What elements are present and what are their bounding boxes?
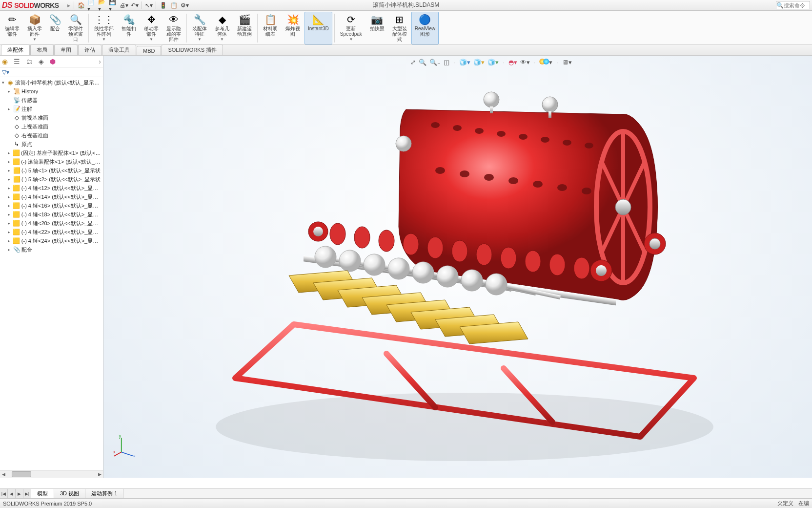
tab-3[interactable]: 评估 [78,44,102,55]
display-tab-icon[interactable]: ◈ [39,58,44,65]
ribbon-exploded-view[interactable]: 💥爆炸视 图 [282,12,304,44]
section-view-icon[interactable]: ◫ [444,59,449,66]
tree-node-mates[interactable]: ▸📎配合 [0,245,103,254]
zoom-fit-icon[interactable]: ⤢ [410,59,416,66]
ribbon-edit-component[interactable]: ✏编辑零 部件 [1,12,23,44]
ribbon-bom[interactable]: 📋材料明 细表 [260,12,281,44]
tab-4[interactable]: 渲染工具 [102,44,136,55]
undo-icon[interactable]: ↶▾ [130,1,139,10]
tree-node-sensors[interactable]: 📡传感器 [0,96,103,105]
svg-point-40 [574,257,589,279]
new-file-icon[interactable]: 📄▾ [87,1,96,10]
tree-node-top-plane[interactable]: ◇上视基准面 [0,122,103,131]
3d-viewport[interactable]: ⤢ 🔍 🔍₋ ◫ · 🧊▾ 🧊▾ 🧊▾ · ◓▾ 👁▾ · ▾ · 🖥▾ [103,56,812,478]
ribbon-move-component[interactable]: ✥移动零 部件▼ [141,12,162,44]
ribbon-smart-fastener[interactable]: 🔩智能扣 件 [118,12,140,44]
ribbon-reference-geom[interactable]: ◆参考几 何体▼ [211,12,233,44]
scroll-thumb[interactable] [12,471,31,477]
ribbon-component-preview[interactable]: 🔍零部件 预览窗 口 [65,12,86,44]
prev-view-icon[interactable]: 🔍₋ [429,59,441,66]
bottom-tab-1[interactable]: 3D 视图 [54,489,85,498]
tree-node-base-subassembly[interactable]: ▸🟨(固定) 基座子装配体<1> (默认<默认 [0,148,103,157]
ribbon-snapshot[interactable]: 📷拍快照 [366,12,388,44]
tree-node-hammer-14[interactable]: ▸🟨(-) 4.锤<14> (默认<<默认>_显示状 [0,192,103,201]
tab-0[interactable]: 装配体 [1,44,30,55]
svg-point-22 [557,184,567,191]
tree-node-axis-5-1[interactable]: ▸🟨(-) 5.轴<1> (默认<<默认>_显示状 [0,166,103,175]
ribbon-new-motion-study[interactable]: 🎬新建运 动算例 [234,12,255,44]
tree-node-history[interactable]: ▸📜History [0,87,103,96]
rebuild-icon[interactable]: 🚦 [159,1,167,10]
ribbon-large-assembly[interactable]: ⊞大型装 配体模 式 [389,12,410,44]
btab-first-icon[interactable]: |◀ [0,489,8,498]
apply-scene-icon[interactable]: 👁▾ [520,59,530,66]
top-plane-icon: ◇ [13,123,20,130]
ribbon-assembly-feature[interactable]: 🔧装配体 特征▼ [189,12,210,44]
btab-last-icon[interactable]: ▶| [23,489,31,498]
tree-node-hammer-20[interactable]: ▸🟨(-) 4.锤<20> (默认<<默认>_显示状 [0,219,103,228]
collapse-menu-icon[interactable]: ▸ [67,2,70,9]
ribbon-instant3d[interactable]: 📐Instant3D [304,12,332,44]
ribbon-insert-component[interactable]: 📦插入零 部件▼ [24,12,45,44]
hammer-16-icon: 🟨 [13,202,20,209]
display-style-icon[interactable]: 🧊▾ [473,59,485,66]
edit-appearance-icon[interactable]: ◓▾ [508,59,517,66]
tree-node-hammer-22[interactable]: ▸🟨(-) 4.锤<22> (默认<<默认>_显示状 [0,228,103,236]
feature-tree-tab-icon[interactable]: ◉ [2,58,8,65]
save-icon[interactable]: 💾▾ [109,1,118,10]
svg-point-24 [484,92,499,107]
search-input[interactable] [784,2,806,8]
tree-node-hammer-24[interactable]: ▸🟨(-) 4.锤<24> (默认<<默认>_显示状 [0,236,103,245]
print-icon[interactable]: 🖨▾ [120,1,128,10]
home-icon[interactable]: 🏠 [77,1,85,10]
scroll-left-icon[interactable]: ◀ [0,472,7,477]
tree-node-hammer-12[interactable]: ▸🟨(-) 4.锤<12> (默认<<默认>_显示状 [0,184,103,192]
tree-root[interactable]: ▾ ◉ 滚筒小钟琴机构 (默认<默认_显示状态- [0,78,103,87]
btab-next-icon[interactable]: ▶ [16,489,23,498]
bottom-tab-0[interactable]: 模型 [31,489,54,498]
select-icon[interactable]: ↖▾ [144,1,153,10]
filter-icon[interactable]: ▽▾ [2,69,9,76]
orientation-triad[interactable]: y z x [113,434,138,458]
tree-node-front-plane[interactable]: ◇前视基准面 [0,113,103,122]
bom-icon: 📋 [265,14,276,25]
open-file-icon[interactable]: 📂▾ [98,1,107,10]
appearance-tab-icon[interactable]: ⬢ [50,58,56,65]
config-tab-icon[interactable]: 🗂 [26,58,33,65]
tree-node-hammer-16[interactable]: ▸🟨(-) 4.锤<16> (默认<<默认>_显示状 [0,201,103,210]
hide-show-icon[interactable]: 🧊▾ [487,59,499,66]
bottom-tab-2[interactable]: 运动算例 1 [85,489,123,498]
ribbon-mate[interactable]: 📎配合 [46,12,64,44]
tree-node-hammer-18[interactable]: ▸🟨(-) 4.锤<18> (默认<<默认>_显示状 [0,210,103,219]
sidebar-expand-icon[interactable]: › [99,58,101,65]
axis-5-1-icon: 🟨 [13,167,20,174]
scroll-right-icon[interactable]: ▶ [96,472,103,477]
ribbon-update-speedpak[interactable]: ⟳更新 Speedpak▼ [337,12,365,44]
tab-6[interactable]: SOLIDWORKS 插件 [162,44,223,55]
move-component-icon: ✥ [146,14,157,25]
tree-node-right-plane[interactable]: ◇右视基准面 [0,131,103,140]
axis-5-2-icon: 🟨 [13,176,20,183]
view-orientation-icon[interactable]: 🧊▾ [459,59,470,66]
btab-prev-icon[interactable]: ◀ [8,489,16,498]
settings-icon[interactable]: ⚙▾ [180,1,189,10]
ribbon-realview[interactable]: 🔵RealView 图形 [411,12,439,44]
new-motion-study-icon: 🎬 [239,14,250,25]
tab-1[interactable]: 布局 [30,44,54,55]
viewport-layout-icon[interactable]: 🖥▾ [562,59,572,66]
ribbon-show-hidden[interactable]: 👁显示隐 藏的零 部件 [163,12,184,44]
sidebar-h-scroll[interactable]: ◀ ▶ [0,470,103,478]
zoom-area-icon[interactable]: 🔍 [419,59,426,66]
tab-5[interactable]: MBD [137,46,161,55]
options-icon[interactable]: 📋 [169,1,178,10]
tree-node-annotations[interactable]: ▸📝注解 [0,105,103,113]
tree-node-drum-assembly[interactable]: ▸🟨(-) 滚筒装配体<1> (默认<默认_显示 [0,157,103,166]
tab-2[interactable]: 草图 [54,44,78,55]
tree-node-origin[interactable]: ↳原点 [0,140,103,148]
svg-point-19 [484,174,494,181]
search-box[interactable]: 🔍 [776,1,810,9]
view-settings-icon[interactable]: ▾ [539,59,552,66]
property-tab-icon[interactable]: ☰ [14,58,20,65]
ribbon-linear-pattern[interactable]: ⋮⋮线性零部 件阵列▼ [91,12,117,44]
tree-node-axis-5-2[interactable]: ▸🟨(-) 5.轴<2> (默认<<默认>_显示状 [0,175,103,184]
